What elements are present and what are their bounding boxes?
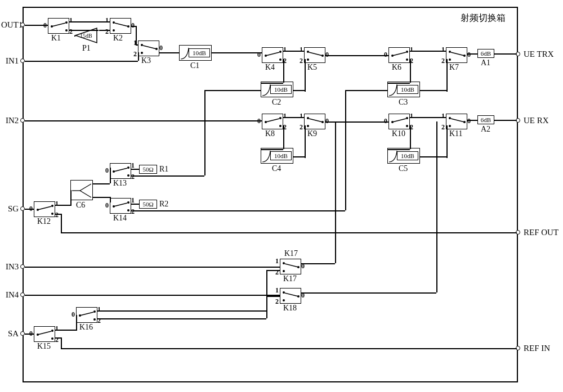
svg-point-17 [307,51,309,53]
svg-line-67 [285,264,298,267]
switch-K10 [388,114,410,129]
svg-point-42 [449,125,451,127]
switch-K3 [138,40,159,56]
svg-point-9 [141,44,143,46]
svg-point-33 [307,117,309,119]
switch-K17 [280,259,301,274]
svg-line-31 [266,119,279,122]
switch-K12 [34,201,55,217]
svg-point-70 [283,299,285,301]
svg-point-22 [406,58,408,61]
svg-line-7 [115,23,128,26]
switch-K14-label: K14 [113,214,127,223]
port-in4-label: IN4 [6,290,19,300]
svg-line-59 [38,331,51,335]
port-refout-label: REF OUT [524,228,558,237]
svg-point-30 [279,125,282,127]
switch-K15-label: K15 [37,342,51,351]
coupler-C2-label: C2 [272,98,281,107]
svg-line-11 [143,46,157,49]
svg-point-45 [51,205,53,207]
coupler-C2: 10dB [261,82,293,97]
svg-point-6 [113,29,115,31]
port-sa-dot [20,331,25,336]
svg-point-50 [127,174,129,177]
coupler-C3: 10dB [387,82,420,97]
switch-K1-label: K1 [51,34,61,43]
port-in4-dot [20,292,25,297]
switch-K7 [446,47,467,63]
svg-point-41 [449,117,451,119]
port-out1-label: OUT1 [1,20,23,30]
port-in2-label: IN2 [6,116,19,125]
port-out1-dot [20,22,25,27]
switch-K12-label: K12 [37,217,51,226]
svg-point-37 [406,117,408,119]
coupler-C1: 10dB [179,45,212,61]
coupler-C5-label: C5 [399,164,408,173]
svg-line-39 [392,119,406,122]
switch-K6 [388,47,410,63]
splitter-C6 [70,180,93,200]
svg-point-34 [307,125,309,127]
port-in1-label: IN1 [6,56,19,66]
switch-K16 [76,307,97,323]
svg-line-23 [392,52,406,56]
svg-line-76 [80,191,91,197]
svg-point-13 [279,51,282,53]
svg-line-71 [285,293,298,296]
port-in1-dot [20,58,25,63]
port-sa-label: SA [8,329,19,339]
switch-K8-label: K8 [265,129,275,138]
svg-point-69 [283,291,285,294]
switch-K3-label: K3 [141,56,151,65]
switch-K7-label: K7 [449,63,459,72]
switch-K13 [110,163,131,179]
switch-K13-label: K13 [113,179,127,188]
port-refin-label: REF IN [524,344,550,353]
svg-point-21 [406,51,408,53]
svg-line-55 [114,203,127,206]
svg-point-66 [283,270,285,272]
svg-line-75 [80,184,91,191]
port-in3-dot [20,264,25,269]
resistor-R1: 50Ω [139,165,157,174]
attenuator-A2: 6dB [477,115,494,124]
switch-K5-label: K5 [307,63,317,72]
switch-K5 [304,47,325,63]
port-in3-label: IN3 [6,262,19,272]
switch-K17-label: K17 [283,274,297,283]
svg-point-1 [65,21,68,24]
svg-point-18 [307,58,309,61]
svg-line-47 [38,206,51,210]
port-sg-dot [20,206,25,211]
svg-point-25 [449,51,451,53]
svg-point-38 [406,125,408,127]
switch-K14 [110,198,131,214]
svg-line-43 [451,119,464,122]
svg-point-57 [51,330,53,332]
coupler-C4: 10dB [261,148,293,164]
switch-K11 [446,114,467,129]
switch-K18 [280,288,301,304]
svg-point-62 [93,318,96,321]
svg-point-54 [127,209,129,211]
switch-K18-label: K18 [283,304,297,313]
coupler-C4-label: C4 [272,164,281,173]
switch-K4 [262,47,283,63]
svg-point-46 [51,213,53,215]
switch-K9 [304,114,325,129]
switch-K2 [110,18,131,34]
svg-line-63 [80,312,93,316]
svg-point-26 [449,58,451,61]
svg-point-29 [279,117,282,119]
switch-K16-label: K16 [79,323,93,332]
coupler-C5: 10dB [387,148,420,164]
port-uetrx-label: UE TRX [524,49,553,59]
port-sg-label: SG [8,204,19,214]
svg-point-2 [65,29,68,31]
svg-point-53 [127,201,129,204]
switch-K15 [34,326,55,342]
coupler-C3-label: C3 [399,98,408,107]
svg-point-58 [51,337,53,340]
